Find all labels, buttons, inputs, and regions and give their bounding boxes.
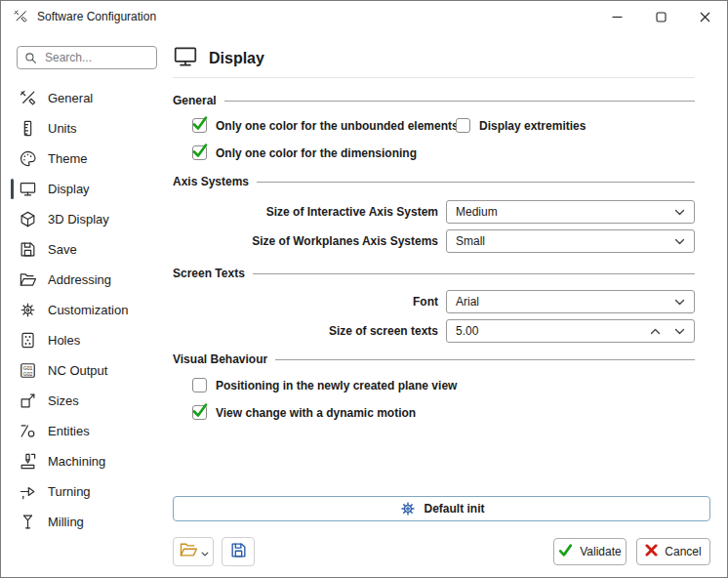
validate-label: Validate bbox=[580, 545, 621, 558]
sidebar-item-nc-output[interactable]: G01G02 NC Output bbox=[1, 355, 167, 386]
svg-text:G02: G02 bbox=[22, 371, 32, 377]
checkbox-row-positioning: Positioning in the newly created plane v… bbox=[192, 378, 457, 392]
default-init-button[interactable]: Default init bbox=[173, 496, 710, 521]
field-label: Size of screen texts bbox=[173, 324, 438, 338]
cube-icon bbox=[18, 210, 37, 228]
checkbox-row-extremities: Display extremities bbox=[456, 118, 586, 133]
sidebar-item-label: Entities bbox=[48, 424, 90, 438]
sidebar-item-label: Theme bbox=[48, 151, 87, 166]
sidebar-item-label: Milling bbox=[48, 515, 84, 529]
section-rule bbox=[253, 273, 695, 274]
spinner-up-icon[interactable] bbox=[650, 328, 661, 335]
unbounded-elements-checkbox[interactable] bbox=[192, 118, 207, 133]
sidebar-item-save[interactable]: Save bbox=[1, 234, 167, 265]
chevron-down-icon bbox=[674, 209, 685, 216]
palette-icon bbox=[18, 149, 37, 168]
sidebar-item-label: Sizes bbox=[48, 393, 79, 408]
spinner-value: 5.00 bbox=[456, 324, 478, 338]
sidebar-item-holes[interactable]: Holes bbox=[1, 325, 167, 355]
floppy-icon bbox=[18, 240, 37, 259]
sidebar-item-label: Machining bbox=[48, 454, 105, 469]
screen-text-size-spinner[interactable]: 5.00 bbox=[446, 319, 695, 343]
sidebar-item-units[interactable]: Units bbox=[1, 113, 167, 144]
x-icon bbox=[645, 544, 658, 559]
entities-icon bbox=[18, 422, 37, 440]
field-row-text-size: Size of screen texts 5.00 bbox=[173, 319, 695, 343]
sidebar-item-milling[interactable]: Milling bbox=[1, 507, 167, 537]
sidebar-item-label: Addressing bbox=[48, 272, 111, 287]
default-init-label: Default init bbox=[425, 502, 485, 516]
field-row-font: Font Arial bbox=[173, 290, 695, 313]
blue-gear-icon bbox=[399, 500, 417, 517]
tools-icon bbox=[18, 89, 37, 107]
section-axis-systems: Axis Systems bbox=[173, 175, 695, 188]
folder-icon bbox=[18, 270, 37, 289]
save-floppy-icon bbox=[229, 541, 248, 563]
milling-icon bbox=[18, 513, 37, 531]
cancel-label: Cancel bbox=[665, 545, 701, 558]
selected-value: Medium bbox=[456, 205, 674, 219]
sidebar-item-label: Save bbox=[48, 242, 77, 257]
software-configuration-window: Software Configuration bbox=[0, 0, 728, 578]
section-screen-texts: Screen Texts bbox=[173, 267, 695, 280]
titlebar: Software Configuration bbox=[1, 1, 727, 32]
holes-icon bbox=[18, 331, 37, 350]
chevron-down-icon bbox=[674, 299, 685, 306]
monitor-icon bbox=[173, 44, 198, 73]
sidebar-item-theme[interactable]: Theme bbox=[1, 144, 167, 174]
save-button[interactable] bbox=[222, 537, 255, 566]
field-row-workplanes-axis: Size of Workplanes Axis Systems Small bbox=[173, 229, 695, 253]
header-divider bbox=[173, 77, 695, 78]
turning-icon bbox=[18, 482, 37, 501]
page-header: Display bbox=[173, 44, 264, 73]
minimize-button[interactable] bbox=[595, 1, 639, 32]
monitor-icon bbox=[18, 180, 37, 198]
sidebar-item-display[interactable]: Display bbox=[1, 174, 167, 204]
positioning-plane-view-checkbox[interactable] bbox=[192, 378, 207, 392]
interactive-axis-size-select[interactable]: Medium bbox=[446, 200, 695, 224]
sidebar-item-entities[interactable]: Entities bbox=[1, 416, 167, 446]
selected-value: Arial bbox=[456, 295, 674, 309]
checkbox-label: Only one color for the dimensioning bbox=[216, 146, 417, 160]
window-title: Software Configuration bbox=[37, 10, 156, 23]
ruler-icon bbox=[18, 119, 37, 138]
folder-open-icon bbox=[179, 540, 198, 563]
sidebar-item-customization[interactable]: Customization bbox=[1, 295, 167, 325]
dimensioning-color-checkbox[interactable] bbox=[192, 145, 207, 160]
chevron-down-icon[interactable] bbox=[201, 543, 209, 560]
cancel-button[interactable]: Cancel bbox=[636, 538, 710, 565]
search-input[interactable] bbox=[43, 50, 149, 65]
close-button[interactable] bbox=[683, 1, 727, 32]
sidebar-item-label: NC Output bbox=[48, 363, 107, 378]
search-box[interactable] bbox=[17, 46, 157, 69]
dynamic-motion-checkbox[interactable] bbox=[192, 405, 207, 420]
validate-button[interactable]: Validate bbox=[553, 538, 627, 565]
section-title: Visual Behaviour bbox=[173, 352, 267, 366]
workplanes-axis-size-select[interactable]: Small bbox=[446, 229, 695, 253]
checkbox-label: Positioning in the newly created plane v… bbox=[216, 379, 457, 392]
checkbox-label: Only one color for the unbounded element… bbox=[216, 119, 459, 133]
maximize-button[interactable] bbox=[639, 1, 683, 32]
sidebar-item-turning[interactable]: Turning bbox=[1, 476, 167, 507]
checkbox-row-dimensioning: Only one color for the dimensioning bbox=[192, 145, 417, 160]
section-title: Screen Texts bbox=[173, 267, 245, 280]
section-rule bbox=[257, 182, 695, 183]
sidebar-item-addressing[interactable]: Addressing bbox=[1, 265, 167, 295]
nc-output-icon: G01G02 bbox=[18, 361, 37, 380]
chevron-down-icon bbox=[674, 238, 685, 245]
display-extremities-checkbox[interactable] bbox=[456, 118, 470, 133]
checkbox-label: Display extremities bbox=[479, 119, 586, 133]
sidebar-item-machining[interactable]: Machining bbox=[1, 446, 167, 476]
open-button[interactable] bbox=[173, 537, 214, 566]
section-rule bbox=[224, 101, 695, 102]
sidebar-item-general[interactable]: General bbox=[1, 83, 167, 113]
font-select[interactable]: Arial bbox=[446, 290, 695, 313]
sidebar-item-3d-display[interactable]: 3D Display bbox=[1, 204, 167, 234]
page-title: Display bbox=[209, 50, 264, 67]
spinner-down-icon[interactable] bbox=[674, 328, 685, 335]
section-title: General bbox=[173, 94, 217, 107]
field-row-interactive-axis: Size of Interactive Axis System Medium bbox=[173, 200, 695, 224]
sidebar-item-label: General bbox=[48, 91, 93, 105]
sidebar-item-sizes[interactable]: Sizes bbox=[1, 386, 167, 416]
machining-icon bbox=[18, 452, 37, 471]
